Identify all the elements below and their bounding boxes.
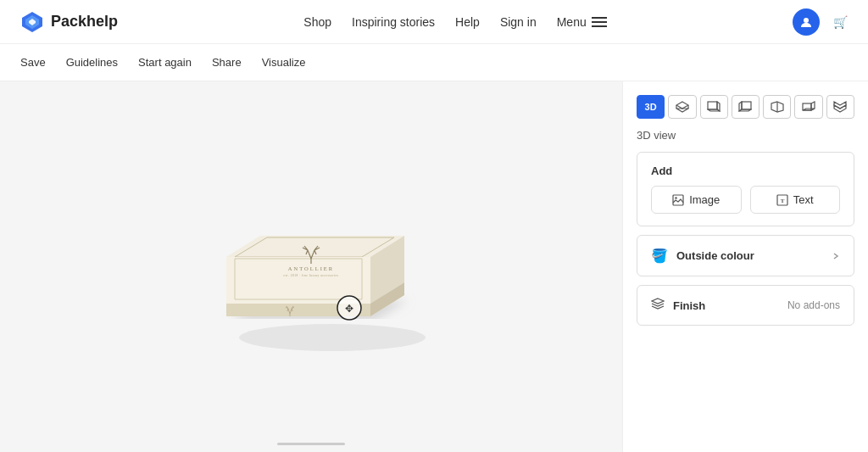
main-layout: ANTOLLIER est. 2018 · fine luxury access…: [0, 81, 868, 452]
svg-rect-23: [708, 102, 717, 109]
logo[interactable]: Packhelp: [20, 10, 118, 34]
cart-button[interactable]: 🛒: [833, 15, 848, 29]
header-nav: Shop Inspiring stories Help Sign in Menu: [303, 15, 606, 29]
svg-marker-28: [739, 109, 751, 111]
add-section: Add Image T Text: [637, 152, 854, 226]
menu-button[interactable]: Menu: [557, 15, 607, 29]
box-3d-preview: ANTOLLIER est. 2018 · fine luxury access…: [175, 172, 447, 359]
header-actions: 🛒: [793, 8, 848, 36]
nav-help[interactable]: Help: [455, 15, 480, 29]
right-panel: 3D: [622, 81, 868, 452]
add-image-button[interactable]: Image: [651, 186, 742, 214]
finish-section[interactable]: Finish No add-ons: [637, 285, 854, 326]
view-label: 3D view: [637, 129, 854, 142]
start-again-button[interactable]: Start again: [138, 56, 192, 69]
view-right-button[interactable]: [794, 95, 822, 119]
finish-layers-icon: [651, 298, 665, 313]
view-left-button[interactable]: [763, 95, 791, 119]
hamburger-icon: [592, 17, 607, 27]
text-icon: T: [776, 194, 788, 206]
chevron-right-icon: [832, 252, 840, 260]
svg-marker-25: [708, 109, 720, 111]
image-icon: [672, 194, 684, 206]
svg-marker-34: [834, 102, 846, 109]
view-bottom-button[interactable]: [826, 95, 854, 119]
outside-colour-section[interactable]: 🪣 Outside colour: [637, 235, 854, 276]
svg-text:ANTOLLIER: ANTOLLIER: [288, 265, 334, 271]
svg-text:T: T: [780, 198, 784, 204]
view-back-button[interactable]: [732, 95, 760, 119]
cube-back-icon: [738, 101, 752, 113]
cube-bottom-icon: [833, 101, 847, 113]
svg-marker-33: [803, 109, 815, 110]
add-text-button[interactable]: T Text: [750, 186, 841, 214]
share-button[interactable]: Share: [212, 56, 242, 69]
outside-colour-label: Outside colour: [676, 249, 823, 262]
svg-marker-19: [676, 102, 688, 109]
visualize-button[interactable]: Visualize: [262, 56, 306, 69]
add-buttons: Image T Text: [651, 186, 840, 214]
layers-icon: [651, 298, 665, 310]
scroll-indicator: [277, 443, 345, 445]
add-title: Add: [651, 165, 840, 177]
save-button[interactable]: Save: [20, 56, 46, 69]
canvas-area[interactable]: ANTOLLIER est. 2018 · fine luxury access…: [0, 81, 622, 452]
nav-shop[interactable]: Shop: [303, 15, 331, 29]
svg-rect-26: [742, 102, 751, 109]
cube-front-icon: [707, 101, 721, 113]
header: Packhelp Shop Inspiring stories Help Sig…: [0, 0, 868, 44]
cube-right-icon: [802, 101, 815, 113]
logo-icon: [20, 10, 44, 34]
guidelines-button[interactable]: Guidelines: [66, 56, 118, 69]
svg-text:est. 2018 · fine luxury access: est. 2018 · fine luxury accessories: [284, 274, 339, 277]
view-icons-row: 3D: [637, 95, 854, 119]
svg-marker-35: [834, 105, 846, 112]
avatar-icon: [799, 15, 813, 29]
svg-marker-40: [652, 299, 664, 304]
nav-inspiring-stories[interactable]: Inspiring stories: [352, 15, 435, 29]
finish-value: No add-ons: [787, 299, 840, 311]
view-front-button[interactable]: [700, 95, 728, 119]
svg-point-3: [804, 18, 809, 23]
cube-left-icon: [771, 101, 784, 113]
svg-text:✥: ✥: [345, 303, 353, 315]
view-3d-button[interactable]: 3D: [637, 95, 665, 119]
svg-point-4: [239, 324, 426, 351]
cube-top-icon: [676, 101, 689, 113]
toolbar: Save Guidelines Start again Share Visual…: [0, 44, 868, 81]
user-avatar[interactable]: [793, 8, 820, 36]
box-container: ANTOLLIER est. 2018 · fine luxury access…: [175, 172, 447, 362]
view-top-button[interactable]: [668, 95, 696, 119]
finish-label: Finish: [673, 299, 787, 312]
nav-sign-in[interactable]: Sign in: [500, 15, 537, 29]
logo-text: Packhelp: [51, 13, 118, 31]
colour-bucket-icon: 🪣: [651, 248, 668, 264]
svg-point-37: [675, 197, 676, 198]
